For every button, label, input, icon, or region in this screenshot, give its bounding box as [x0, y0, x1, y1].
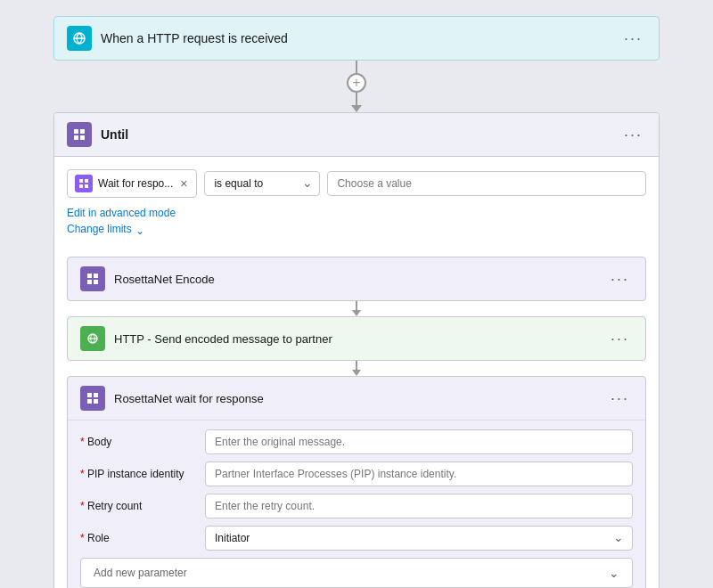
add-param-label: Add new parameter: [94, 567, 187, 579]
field-row-role: * Role Initiator: [80, 526, 633, 551]
chip-close-button[interactable]: ×: [178, 177, 189, 190]
field-input-body[interactable]: [205, 429, 633, 454]
svg-rect-11: [94, 274, 98, 278]
svg-rect-4: [74, 135, 78, 140]
http-action-block: HTTP - Send encoded message to partner ·…: [67, 316, 646, 361]
svg-rect-12: [87, 280, 92, 284]
wait-response-icon: [80, 386, 105, 411]
chip-icon: [75, 175, 93, 192]
role-select[interactable]: Initiator: [205, 526, 633, 551]
wait-response-title: RosettaNet wait for response: [114, 392, 607, 405]
field-label-pip: * PIP instance identity: [80, 468, 196, 480]
until-icon: [67, 122, 92, 147]
svg-rect-8: [79, 184, 83, 188]
condition-chip: Wait for respo... ×: [67, 169, 197, 198]
svg-rect-13: [94, 280, 98, 284]
trigger-menu-button[interactable]: ···: [620, 29, 646, 48]
operator-dropdown[interactable]: is equal to: [204, 171, 320, 196]
inner-line-1: [356, 301, 357, 310]
trigger-title: When a HTTP request is received: [101, 31, 620, 45]
until-body: Wait for respo... × is equal to Edit in …: [54, 157, 659, 248]
rosetta-encode-icon: [80, 266, 105, 291]
svg-rect-18: [87, 399, 92, 404]
field-row-body: * Body: [80, 429, 633, 454]
connector-line-bottom: [356, 93, 357, 105]
add-param-row[interactable]: Add new parameter ⌄: [80, 558, 633, 588]
field-row-pip: * PIP instance identity: [80, 461, 633, 486]
flow-container: When a HTTP request is received ··· + Un…: [53, 16, 660, 588]
inner-connector-1: [352, 301, 361, 316]
svg-rect-6: [79, 179, 83, 183]
condition-row: Wait for respo... × is equal to: [67, 169, 646, 198]
until-title: Until: [101, 127, 620, 142]
svg-rect-7: [85, 179, 88, 183]
svg-rect-2: [74, 129, 78, 134]
condition-value-input[interactable]: [327, 171, 646, 196]
wait-response-menu-button[interactable]: ···: [607, 388, 633, 408]
svg-rect-10: [87, 274, 92, 278]
http-action-icon: [80, 326, 105, 351]
rosetta-encode-menu-button[interactable]: ···: [607, 269, 633, 289]
inner-blocks: RosettaNet Encode ··· HTTP - S: [54, 248, 659, 588]
change-limits-button[interactable]: Change limits: [67, 223, 132, 235]
operator-dropdown-wrapper: is equal to: [204, 171, 320, 196]
until-block: Until ··· Wait for respo... ×: [53, 112, 660, 588]
chip-label: Wait for respo...: [98, 177, 173, 190]
connector-line-top: [356, 61, 357, 73]
add-param-chevron-icon: ⌄: [609, 566, 619, 580]
svg-rect-16: [87, 393, 92, 397]
svg-rect-17: [94, 393, 98, 397]
trigger-connector: +: [347, 61, 366, 112]
http-action-title: HTTP - Send encoded message to partner: [114, 332, 607, 346]
svg-rect-3: [80, 129, 85, 134]
add-step-button[interactable]: +: [347, 73, 366, 93]
inner-arrow-1: [352, 310, 361, 316]
wait-response-header: RosettaNet wait for response ···: [68, 377, 645, 421]
inner-arrow-2: [352, 370, 361, 376]
http-action-menu-button[interactable]: ···: [607, 329, 633, 348]
field-input-pip[interactable]: [205, 461, 633, 486]
inner-connector-2: [352, 361, 361, 376]
svg-rect-9: [85, 184, 88, 188]
inner-line-2: [356, 361, 357, 370]
until-menu-button[interactable]: ···: [620, 125, 646, 144]
rosetta-encode-title: RosettaNet Encode: [114, 273, 607, 286]
connector-arrow: [351, 105, 362, 112]
change-limits-row: Change limits ⌄: [67, 223, 646, 239]
wait-response-body: * Body * PIP instance identity * Retry c…: [68, 421, 645, 588]
field-label-body: * Body: [80, 436, 196, 448]
change-limits-chevron-icon: ⌄: [135, 225, 144, 237]
http-trigger-icon: [67, 26, 92, 51]
field-input-retry[interactable]: [205, 494, 633, 519]
svg-rect-5: [80, 135, 85, 140]
svg-rect-19: [94, 399, 98, 404]
edit-advanced-button[interactable]: Edit in advanced mode: [67, 207, 176, 219]
role-select-wrapper: Initiator: [205, 526, 633, 551]
field-label-retry: * Retry count: [80, 500, 196, 512]
rosetta-encode-block: RosettaNet Encode ···: [67, 257, 646, 301]
field-label-role: * Role: [80, 532, 196, 544]
trigger-block: When a HTTP request is received ···: [53, 16, 660, 61]
until-header: Until ···: [54, 113, 659, 157]
wait-response-block: RosettaNet wait for response ··· * Body …: [67, 376, 646, 588]
field-row-retry: * Retry count: [80, 494, 633, 519]
